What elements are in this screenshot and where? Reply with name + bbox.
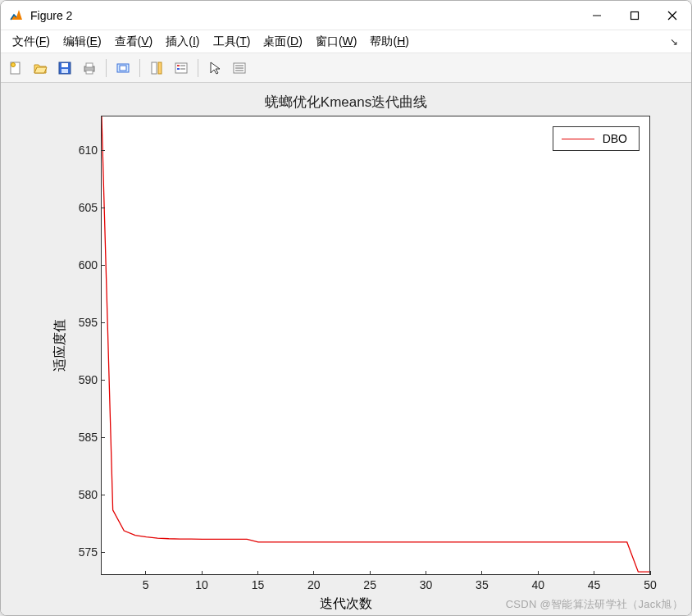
x-tick-mark: [650, 571, 651, 575]
y-tick-label: 575: [65, 545, 98, 559]
y-tick-label: 600: [65, 258, 98, 271]
svg-point-5: [11, 62, 16, 66]
y-tick-label: 580: [65, 488, 98, 501]
matlab-icon: [9, 8, 24, 23]
y-tick-label: 585: [65, 431, 98, 444]
line-series-dbo: [102, 116, 649, 574]
new-file-icon[interactable]: [4, 57, 27, 80]
menu-overflow-icon[interactable]: ↘: [662, 36, 686, 48]
menu-f[interactable]: 文件(F): [6, 32, 57, 52]
toolbar-sep: [106, 59, 107, 77]
x-tick-mark: [481, 571, 482, 575]
toolbar: [1, 53, 691, 83]
menu-e[interactable]: 编辑(E): [57, 32, 108, 52]
y-tick-label: 610: [65, 144, 98, 157]
window-controls: [578, 1, 691, 30]
y-tick-mark: [101, 380, 105, 381]
svg-rect-15: [158, 62, 162, 74]
svg-rect-11: [86, 71, 93, 74]
x-tick-label: 40: [531, 578, 544, 591]
y-tick-mark: [101, 150, 105, 151]
toolbar-sep: [198, 59, 198, 77]
x-tick-label: 25: [363, 578, 376, 591]
pointer-icon[interactable]: [203, 57, 226, 80]
svg-rect-8: [61, 69, 68, 73]
menu-d[interactable]: 桌面(D): [257, 32, 308, 52]
x-tick-label: 50: [644, 578, 657, 591]
data-cursor-icon[interactable]: [228, 57, 251, 80]
titlebar: Figure 2: [1, 1, 691, 30]
x-tick-label: 5: [143, 578, 149, 591]
x-tick-mark: [313, 571, 314, 575]
y-tick-mark: [101, 437, 105, 438]
axes[interactable]: DBO: [101, 116, 650, 575]
save-icon[interactable]: [53, 57, 76, 80]
open-file-icon[interactable]: [29, 57, 52, 80]
svg-rect-17: [177, 65, 180, 66]
watermark: CSDN @智能算法研学社（Jack旭）: [506, 597, 683, 612]
menu-t[interactable]: 工具(T): [207, 32, 257, 52]
print-icon[interactable]: [78, 57, 101, 80]
y-tick-mark: [101, 322, 105, 323]
legend[interactable]: DBO: [553, 126, 640, 151]
svg-rect-7: [61, 63, 68, 67]
svg-rect-18: [177, 68, 180, 70]
menu-i[interactable]: 插入(I): [159, 32, 206, 52]
y-tick-mark: [101, 265, 105, 266]
svg-rect-1: [631, 11, 639, 19]
svg-rect-13: [120, 66, 126, 71]
legend-swatch-dbo: [562, 139, 594, 139]
y-tick-label: 595: [65, 316, 98, 329]
close-button[interactable]: [653, 1, 691, 30]
menubar: 文件(F)编辑(E)查看(V)插入(I)工具(T)桌面(D)窗口(W)帮助(H)…: [1, 30, 691, 53]
chart-title: 蜣螂优化Kmeans迭代曲线: [1, 93, 691, 112]
colorbar-icon[interactable]: [145, 57, 168, 80]
menu-w[interactable]: 窗口(W): [309, 32, 364, 52]
link-axes-icon[interactable]: [112, 57, 134, 80]
x-tick-label: 35: [476, 578, 489, 591]
y-tick-label: 605: [65, 201, 98, 214]
x-tick-label: 30: [420, 578, 433, 591]
maximize-button[interactable]: [616, 1, 653, 30]
menu-v[interactable]: 查看(V): [108, 32, 160, 52]
x-tick-mark: [370, 571, 371, 575]
legend-icon[interactable]: [170, 57, 193, 80]
toolbar-sep: [139, 59, 140, 77]
y-tick-mark: [101, 495, 105, 495]
menu-h[interactable]: 帮助(H): [363, 32, 415, 52]
svg-rect-10: [86, 63, 93, 67]
minimize-button[interactable]: [578, 1, 616, 30]
x-tick-mark: [594, 571, 594, 575]
x-tick-mark: [202, 571, 203, 575]
figure-area: 蜣螂优化Kmeans迭代曲线 DBO 适应度值 迭代次数 CSDN @智能算法研…: [1, 83, 691, 615]
x-tick-mark: [538, 571, 539, 575]
figure-window: Figure 2 文件(F)编辑(E)查看(V)插入(I)工具(T)桌面(D)窗…: [0, 0, 692, 616]
svg-rect-14: [152, 62, 157, 74]
legend-label: DBO: [603, 132, 627, 145]
x-tick-label: 10: [195, 578, 208, 591]
x-tick-mark: [426, 571, 426, 575]
y-tick-mark: [101, 208, 105, 208]
x-tick-mark: [257, 571, 258, 575]
x-tick-label: 20: [307, 578, 321, 591]
y-tick-label: 590: [65, 373, 98, 386]
x-tick-label: 15: [252, 578, 265, 591]
x-tick-mark: [145, 571, 146, 575]
window-title: Figure 2: [30, 9, 578, 22]
x-tick-label: 45: [588, 578, 601, 591]
y-tick-mark: [101, 552, 105, 553]
